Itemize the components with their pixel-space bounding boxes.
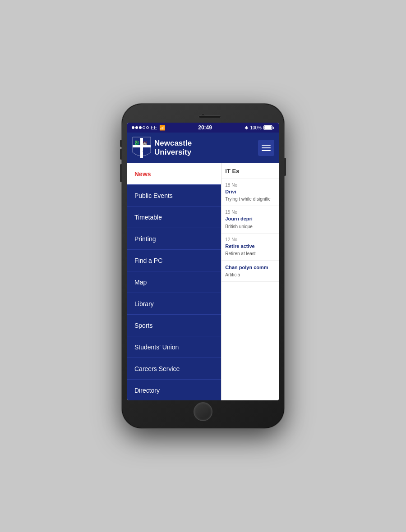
news-date-0: 18 No [225,183,275,188]
power-button[interactable] [284,158,286,176]
battery-fill [264,126,272,129]
carrier-label: EE [151,125,157,130]
news-item-3[interactable]: Chan polyn commArtificia [221,261,279,282]
signal-dot-4 [143,126,145,129]
status-right: ✱ 100% [245,125,274,130]
signal-dot-3 [139,126,142,129]
content-panel: IT Es 18 NoDriviTrying t while d signifi… [221,163,279,400]
hamburger-line-2 [262,147,271,148]
hamburger-line-3 [262,150,271,151]
app-header: 🐉 🏰 ✦ ♦ Newcastle University [127,133,279,163]
university-name: Newcastle University [154,139,192,157]
nav-item-timetable[interactable]: Timetable [127,206,221,228]
phone-top-bar [127,109,279,123]
nav-item-map[interactable]: Map [127,271,221,293]
nav-item-news[interactable]: News [127,163,221,185]
news-title-0: Drivi [225,188,275,195]
nav-item-public-events[interactable]: Public Events [127,185,221,206]
news-title-2: Retire active [225,243,275,249]
news-item-0[interactable]: 18 NoDriviTrying t while d signific [221,179,279,206]
nav-item-sports[interactable]: Sports [127,315,221,336]
uni-name-line2: University [154,148,192,157]
earpiece-speaker [198,115,221,118]
nav-item-directory[interactable]: Directory [127,380,221,400]
content-header-text: IT Es [225,168,239,174]
news-snippet-2: Retiren at least [225,251,275,257]
news-item-1[interactable]: 15 NoJourn depriBritish unique [221,206,279,233]
wifi-icon: 📶 [159,125,166,131]
svg-text:♦: ♦ [143,149,144,153]
news-date-1: 15 No [225,210,275,215]
news-date-2: 12 No [225,237,275,242]
hamburger-line-1 [262,145,271,146]
signal-dot-5 [146,126,149,129]
svg-text:🐉: 🐉 [134,140,140,146]
nav-item-printing[interactable]: Printing [127,228,221,250]
university-logo: 🐉 🏰 ✦ ♦ Newcastle University [132,136,192,160]
nav-item-library[interactable]: Library [127,293,221,315]
svg-text:✦: ✦ [134,149,137,153]
nav-item-find-pc[interactable]: Find a PC [127,250,221,271]
svg-text:🏰: 🏰 [143,141,147,145]
nav-item-students-union[interactable]: Students' Union [127,336,221,358]
status-time: 20:49 [198,124,212,131]
signal-dots [132,126,149,129]
signal-dot-1 [132,126,134,129]
phone-bottom [127,400,279,423]
shield-svg: 🐉 🏰 ✦ ♦ [132,136,152,160]
volume-up-button[interactable] [120,149,122,160]
battery-percent: 100% [250,125,262,130]
news-item-2[interactable]: 12 NoRetire activeRetiren at least [221,234,279,261]
nav-item-careers-service[interactable]: Careers Service [127,358,221,380]
home-button[interactable] [194,402,212,421]
content-panel-header: IT Es [221,163,279,179]
battery-tip [273,127,274,129]
uni-name-line1: Newcastle [154,139,192,148]
screen-content: NewsPublic EventsTimetablePrintingFind a… [127,163,279,400]
phone-shell: EE 📶 20:49 ✱ 100% [122,104,284,428]
battery-indicator [263,125,274,130]
bluetooth-icon: ✱ [245,125,248,130]
signal-dot-2 [135,126,138,129]
volume-down-button[interactable] [120,164,122,182]
news-snippet-3: Artificia [225,272,275,278]
news-title-3: Chan polyn comm [225,264,275,271]
status-left: EE 📶 [132,125,166,131]
news-snippet-1: British unique [225,224,275,229]
hamburger-menu-button[interactable] [258,140,274,156]
status-bar: EE 📶 20:49 ✱ 100% [127,123,279,133]
news-snippet-0: Trying t while d signific [225,196,275,202]
news-title-1: Journ depri [225,216,275,222]
navigation-menu: NewsPublic EventsTimetablePrintingFind a… [127,163,221,400]
phone-screen: EE 📶 20:49 ✱ 100% [127,123,279,400]
silent-switch[interactable] [120,140,122,147]
